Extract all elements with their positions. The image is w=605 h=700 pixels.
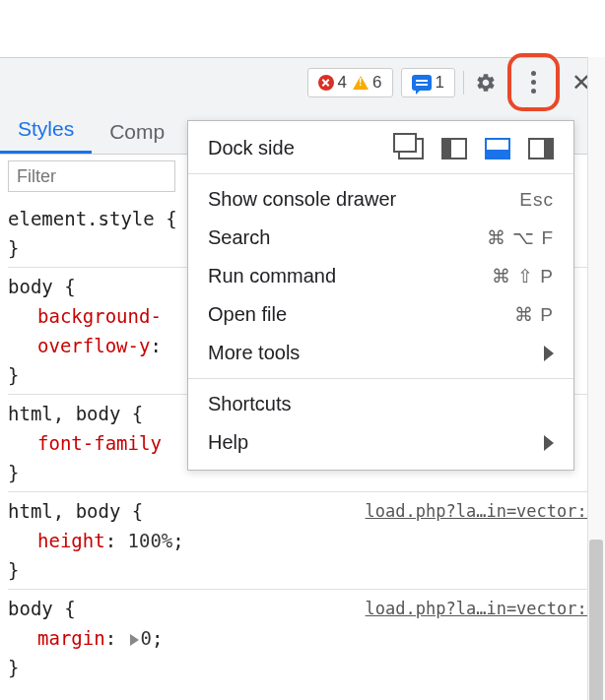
menu-label: Open file xyxy=(208,303,287,326)
shortcut: ⌘ ⇧ P xyxy=(492,265,554,287)
divider xyxy=(463,71,464,95)
menu-item-shortcuts[interactable]: Shortcuts xyxy=(188,385,573,423)
gear-icon xyxy=(475,72,497,94)
shortcut: ⌘ ⌥ F xyxy=(487,226,554,249)
css-property: overflow-y xyxy=(8,335,150,356)
source-link[interactable]: load.php?la…in=vector:1 xyxy=(366,594,597,623)
kebab-highlight-annotation xyxy=(507,53,560,111)
kebab-icon xyxy=(531,71,536,94)
content-area xyxy=(0,0,605,57)
chevron-right-icon xyxy=(544,435,554,451)
dock-undock-button[interactable] xyxy=(398,138,424,159)
css-property: background- xyxy=(8,305,162,327)
css-property: height xyxy=(8,530,105,551)
warning-count: 6 xyxy=(372,73,381,93)
menu-label: Search xyxy=(208,226,270,249)
menu-item-open-file[interactable]: Open file ⌘ P xyxy=(188,295,573,334)
error-count: 4 xyxy=(338,73,347,93)
scrollbar[interactable] xyxy=(587,57,605,700)
tab-computed[interactable]: Comp xyxy=(92,110,182,154)
selector: body xyxy=(8,276,53,297)
menu-item-search[interactable]: Search ⌘ ⌥ F xyxy=(188,219,573,257)
menu-item-more-tools[interactable]: More tools xyxy=(188,334,573,372)
css-property: font-family xyxy=(8,432,162,454)
message-count: 1 xyxy=(436,73,444,93)
dock-left-button[interactable] xyxy=(441,138,467,159)
menu-item-dock-side: Dock side xyxy=(188,129,573,167)
more-options-menu: Dock side Show console drawer Esc Search… xyxy=(187,120,574,471)
filter-input[interactable] xyxy=(8,160,175,192)
source-link[interactable]: load.php?la…in=vector:1 xyxy=(366,496,597,526)
menu-label: Dock side xyxy=(208,137,295,159)
chevron-right-icon xyxy=(544,346,554,361)
scrollbar-thumb[interactable] xyxy=(589,540,603,700)
shortcut: ⌘ P xyxy=(514,303,554,326)
warning-icon xyxy=(353,76,369,90)
menu-item-run-command[interactable]: Run command ⌘ ⇧ P xyxy=(188,257,573,295)
expand-icon[interactable] xyxy=(130,634,139,646)
selector: body xyxy=(8,598,53,619)
menu-separator xyxy=(188,173,573,174)
message-icon xyxy=(412,75,432,91)
devtools-toolbar: 4 6 1 ✕ xyxy=(0,57,605,107)
selector: element.style xyxy=(8,208,155,229)
dock-right-button[interactable] xyxy=(528,138,554,159)
error-icon xyxy=(318,75,334,91)
menu-label: More tools xyxy=(208,342,300,364)
menu-label: Shortcuts xyxy=(208,393,291,415)
messages-button[interactable]: 1 xyxy=(401,68,455,97)
menu-label: Help xyxy=(208,431,248,454)
css-property: margin xyxy=(8,627,105,649)
shortcut: Esc xyxy=(519,189,554,211)
menu-label: Run command xyxy=(208,265,336,287)
menu-item-help[interactable]: Help xyxy=(188,423,573,462)
menu-label: Show console drawer xyxy=(208,188,396,211)
dock-bottom-button[interactable] xyxy=(485,138,510,159)
more-options-button[interactable] xyxy=(520,68,548,95)
settings-button[interactable] xyxy=(472,69,500,96)
css-rule[interactable]: load.php?la…in=vector:1 html, body { hei… xyxy=(8,491,597,589)
menu-separator xyxy=(188,378,573,379)
menu-item-show-console[interactable]: Show console drawer Esc xyxy=(188,180,573,219)
css-rule[interactable]: load.php?la…in=vector:1 body { margin: 0… xyxy=(8,589,597,686)
tab-styles[interactable]: Styles xyxy=(0,107,92,154)
console-issues-button[interactable]: 4 6 xyxy=(307,68,393,97)
